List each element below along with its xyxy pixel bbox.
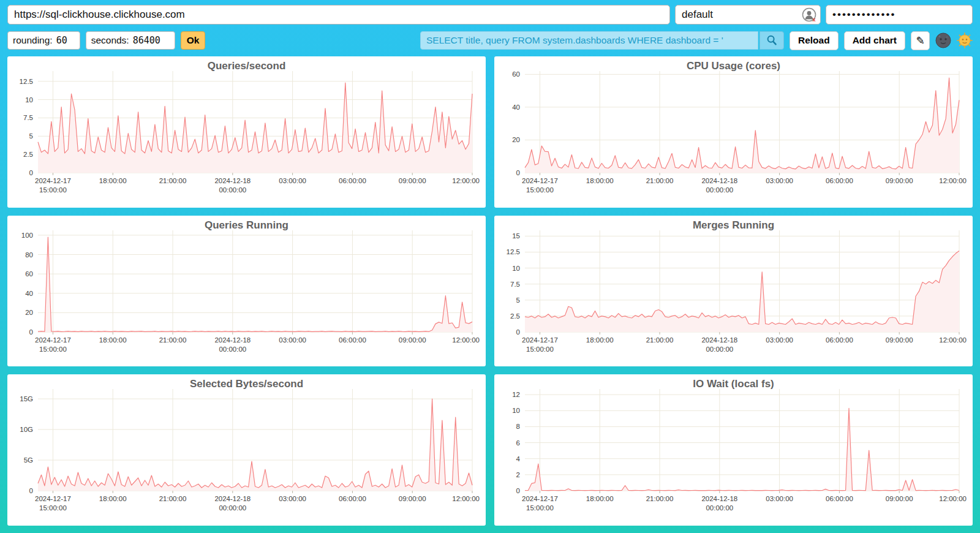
svg-text:06:00:00: 06:00:00: [339, 177, 366, 184]
svg-text:15:00:00: 15:00:00: [526, 504, 554, 512]
svg-text:0: 0: [516, 328, 520, 336]
svg-text:18:00:00: 18:00:00: [586, 336, 614, 344]
svg-text:15:00:00: 15:00:00: [39, 346, 67, 353]
svg-text:6: 6: [516, 439, 520, 447]
svg-text:0: 0: [516, 487, 520, 494]
svg-text:21:00:00: 21:00:00: [646, 177, 674, 184]
svg-text:09:00:00: 09:00:00: [399, 177, 426, 184]
svg-text:10: 10: [25, 96, 33, 104]
chart-plot-merges-running[interactable]: 02.557.51012.5152024-12-1715:00:0018:00:…: [497, 224, 968, 355]
svg-text:2.5: 2.5: [510, 312, 520, 320]
svg-text:03:00:00: 03:00:00: [279, 177, 306, 184]
svg-text:18:00:00: 18:00:00: [99, 177, 127, 184]
user-x-icon: x: [802, 7, 816, 22]
add-chart-button[interactable]: Add chart: [844, 31, 905, 50]
svg-text:2.5: 2.5: [23, 151, 33, 158]
magnifier-icon: [766, 34, 778, 47]
svg-text:2024-12-17: 2024-12-17: [35, 495, 71, 502]
svg-text:09:00:00: 09:00:00: [886, 495, 913, 502]
svg-text:2024-12-17: 2024-12-17: [35, 177, 71, 184]
chart-card-cpu-usage-cores: CPU Usage (cores)02040602024-12-1715:00:…: [494, 56, 973, 208]
svg-text:2024-12-18: 2024-12-18: [214, 495, 251, 502]
password-input[interactable]: [826, 5, 973, 25]
svg-text:40: 40: [25, 289, 33, 297]
svg-text:15:00:00: 15:00:00: [39, 504, 67, 512]
svg-text:06:00:00: 06:00:00: [826, 177, 853, 184]
seconds-label: seconds:: [91, 35, 129, 46]
chart-plot-cpu-usage-cores[interactable]: 02040602024-12-1715:00:0018:00:0021:00:0…: [497, 65, 968, 196]
svg-text:10G: 10G: [20, 426, 33, 433]
svg-text:10: 10: [512, 264, 520, 271]
seconds-field: seconds:: [86, 31, 175, 50]
svg-text:06:00:00: 06:00:00: [826, 336, 853, 344]
rounding-field: rounding:: [7, 31, 80, 50]
seconds-input[interactable]: [133, 35, 172, 46]
chart-card-io-wait-local-fs: IO Wait (local fs)0246810122024-12-1715:…: [494, 374, 973, 526]
svg-text:12.5: 12.5: [20, 78, 33, 85]
svg-text:2024-12-18: 2024-12-18: [214, 336, 251, 344]
svg-text:21:00:00: 21:00:00: [159, 177, 187, 184]
svg-text:12.5: 12.5: [507, 248, 520, 255]
dashboard-query-input[interactable]: [420, 31, 758, 50]
svg-text:06:00:00: 06:00:00: [339, 495, 366, 502]
svg-text:0: 0: [29, 169, 33, 176]
svg-text:21:00:00: 21:00:00: [159, 495, 187, 502]
svg-text:2024-12-18: 2024-12-18: [701, 495, 737, 502]
svg-text:12: 12: [512, 391, 520, 398]
chart-plot-selected-bytes-second[interactable]: 05G10G15G2024-12-1715:00:0018:00:0021:00…: [10, 383, 481, 514]
charts-grid: Queries/second02.557.51012.52024-12-1715…: [7, 56, 973, 526]
svg-text:20: 20: [512, 136, 520, 143]
svg-text:00:00:00: 00:00:00: [219, 186, 246, 194]
svg-text:4: 4: [516, 455, 521, 463]
svg-text:5G: 5G: [24, 456, 33, 464]
svg-text:2024-12-18: 2024-12-18: [701, 336, 737, 344]
reload-button[interactable]: Reload: [790, 31, 839, 50]
svg-text:00:00:00: 00:00:00: [706, 186, 733, 194]
svg-text:8: 8: [516, 423, 520, 431]
svg-text:2024-12-17: 2024-12-17: [522, 177, 558, 184]
chart-card-merges-running: Merges Running02.557.51012.5152024-12-17…: [494, 216, 973, 367]
sun-face-icon[interactable]: [957, 32, 973, 48]
svg-text:2024-12-17: 2024-12-17: [522, 495, 558, 502]
chart-plot-queries-running[interactable]: 0204060801002024-12-1715:00:0018:00:0021…: [10, 224, 481, 355]
svg-text:15:00:00: 15:00:00: [526, 186, 554, 194]
svg-text:21:00:00: 21:00:00: [159, 336, 187, 344]
svg-text:2: 2: [516, 471, 520, 478]
svg-text:12:00:00: 12:00:00: [452, 336, 480, 344]
chart-title: Queries Running: [10, 218, 483, 233]
controls-bar: rounding: seconds: Ok Reload Add chart ✎: [7, 30, 973, 51]
svg-text:0: 0: [29, 328, 33, 336]
svg-text:15:00:00: 15:00:00: [39, 186, 67, 194]
username-input[interactable]: [675, 5, 821, 25]
svg-text:18:00:00: 18:00:00: [99, 495, 127, 502]
svg-text:60: 60: [25, 270, 33, 278]
chart-plot-queries-second[interactable]: 02.557.51012.52024-12-1715:00:0018:00:00…: [10, 65, 481, 196]
rounding-input[interactable]: [56, 35, 77, 46]
svg-text:15: 15: [512, 232, 520, 240]
svg-text:2024-12-18: 2024-12-18: [701, 177, 737, 184]
server-url-input[interactable]: [7, 5, 670, 25]
svg-text:10: 10: [512, 407, 520, 415]
edit-mode-button[interactable]: ✎: [911, 31, 930, 50]
svg-text:80: 80: [25, 251, 33, 258]
svg-text:2024-12-17: 2024-12-17: [35, 336, 71, 344]
svg-text:03:00:00: 03:00:00: [766, 336, 793, 344]
svg-text:00:00:00: 00:00:00: [219, 504, 246, 512]
svg-text:15G: 15G: [20, 395, 33, 403]
ok-button[interactable]: Ok: [181, 31, 206, 50]
svg-text:0: 0: [29, 487, 33, 494]
svg-text:18:00:00: 18:00:00: [586, 495, 614, 502]
chart-card-queries-running: Queries Running0204060801002024-12-1715:…: [7, 216, 486, 367]
svg-text:03:00:00: 03:00:00: [279, 336, 306, 344]
svg-text:20: 20: [25, 309, 33, 316]
svg-text:06:00:00: 06:00:00: [826, 495, 853, 502]
chart-plot-io-wait-local-fs[interactable]: 0246810122024-12-1715:00:0018:00:0021:00…: [497, 383, 968, 514]
svg-text:03:00:00: 03:00:00: [279, 495, 306, 502]
svg-text:12:00:00: 12:00:00: [452, 495, 480, 502]
run-query-button[interactable]: [760, 31, 784, 50]
svg-text:21:00:00: 21:00:00: [646, 336, 674, 344]
dashboard-app: x rounding: seconds: Ok Reload Add char: [0, 0, 980, 533]
moon-face-icon[interactable]: [935, 32, 951, 48]
svg-text:0: 0: [516, 169, 520, 176]
svg-text:7.5: 7.5: [23, 114, 33, 121]
